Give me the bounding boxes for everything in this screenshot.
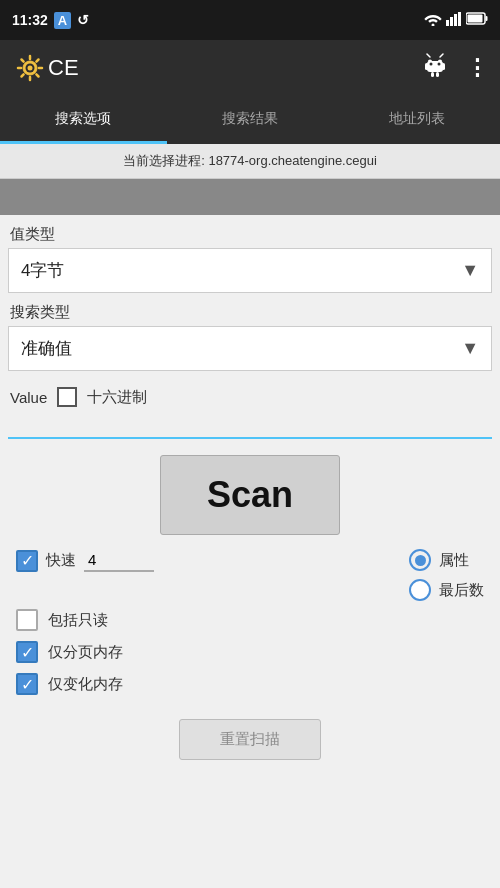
- checkbox-options-group: 包括只读 ✓ 仅分页内存 ✓ 仅变化内存: [8, 601, 492, 695]
- search-type-arrow: ▼: [461, 338, 479, 359]
- fast-option-group: ✓ 快速: [16, 549, 409, 572]
- svg-rect-13: [427, 61, 443, 72]
- svg-line-21: [440, 54, 443, 57]
- value-type-label: 值类型: [8, 225, 492, 244]
- wifi-icon: [424, 12, 442, 29]
- svg-rect-18: [431, 72, 434, 77]
- value-label: Value: [10, 389, 47, 406]
- hex-checkbox[interactable]: [57, 387, 77, 407]
- signal-icon: [446, 12, 462, 29]
- scan-button[interactable]: Scan: [160, 455, 340, 535]
- content-area: 值类型 4字节 ▼ 搜索类型 准确值 ▼ Value 十六进制 Scan ✓ 快…: [0, 225, 500, 760]
- radio-last-num-button[interactable]: [409, 579, 431, 601]
- svg-rect-2: [450, 17, 453, 26]
- radio-last-num-label: 最后数: [439, 581, 484, 600]
- scan-button-container: Scan: [8, 455, 492, 535]
- svg-line-20: [427, 54, 430, 57]
- value-row: Value 十六进制: [8, 381, 492, 413]
- status-bar: 11:32 A ↺: [0, 0, 500, 40]
- svg-rect-16: [425, 63, 428, 70]
- svg-rect-19: [436, 72, 439, 77]
- tab-search-results[interactable]: 搜索结果: [167, 96, 334, 144]
- battery-icon: [466, 12, 488, 28]
- reset-button[interactable]: 重置扫描: [179, 719, 321, 760]
- changed-memory-row: ✓ 仅变化内存: [16, 673, 484, 695]
- app-logo: [12, 50, 48, 86]
- include-readonly-label: 包括只读: [48, 611, 108, 630]
- include-readonly-checkbox[interactable]: [16, 609, 38, 631]
- scan-area-background: [0, 179, 500, 215]
- value-type-arrow: ▼: [461, 260, 479, 281]
- fast-label: 快速: [46, 551, 76, 570]
- app-title: CE: [48, 55, 420, 81]
- radio-property-button[interactable]: [409, 549, 431, 571]
- paged-memory-label: 仅分页内存: [48, 643, 123, 662]
- changed-memory-checkbox[interactable]: ✓: [16, 673, 38, 695]
- svg-point-0: [432, 23, 435, 26]
- svg-point-14: [430, 62, 433, 65]
- tab-bar: 搜索选项 搜索结果 地址列表: [0, 96, 500, 144]
- more-options-icon[interactable]: ⋮: [466, 55, 488, 81]
- paged-memory-checkbox[interactable]: ✓: [16, 641, 38, 663]
- reset-button-container: 重置扫描: [8, 719, 492, 760]
- radio-last-num[interactable]: 最后数: [409, 579, 484, 601]
- svg-rect-6: [486, 16, 488, 21]
- radio-property-label: 属性: [439, 551, 469, 570]
- hex-label: 十六进制: [87, 388, 147, 407]
- fast-input[interactable]: [84, 549, 154, 572]
- search-type-dropdown[interactable]: 准确值 ▼: [8, 326, 492, 371]
- status-icon-arrow: ↺: [77, 12, 89, 28]
- process-bar: 当前选择进程: 18774-org.cheatengine.cegui: [0, 144, 500, 179]
- search-type-label: 搜索类型: [8, 303, 492, 322]
- tab-address-list[interactable]: 地址列表: [333, 96, 500, 144]
- value-type-dropdown[interactable]: 4字节 ▼: [8, 248, 492, 293]
- svg-rect-7: [468, 15, 483, 23]
- svg-rect-17: [442, 63, 445, 70]
- svg-rect-1: [446, 20, 449, 26]
- fast-checkbox[interactable]: ✓: [16, 550, 38, 572]
- include-readonly-row: 包括只读: [16, 609, 484, 631]
- radio-property[interactable]: 属性: [409, 549, 484, 571]
- changed-memory-label: 仅变化内存: [48, 675, 123, 694]
- svg-rect-3: [454, 14, 457, 26]
- app-bar: CE ⋮: [0, 40, 500, 96]
- paged-memory-row: ✓ 仅分页内存: [16, 641, 484, 663]
- value-input[interactable]: [10, 413, 490, 435]
- svg-rect-4: [458, 12, 461, 26]
- options-row: ✓ 快速 属性 最后数: [8, 549, 492, 601]
- status-time: 11:32: [12, 12, 48, 28]
- radio-options-group: 属性 最后数: [409, 549, 484, 601]
- svg-point-15: [438, 62, 441, 65]
- status-icon-a: A: [54, 12, 71, 29]
- svg-point-10: [28, 66, 33, 71]
- tab-search-options[interactable]: 搜索选项: [0, 96, 167, 144]
- android-icon[interactable]: [420, 50, 450, 87]
